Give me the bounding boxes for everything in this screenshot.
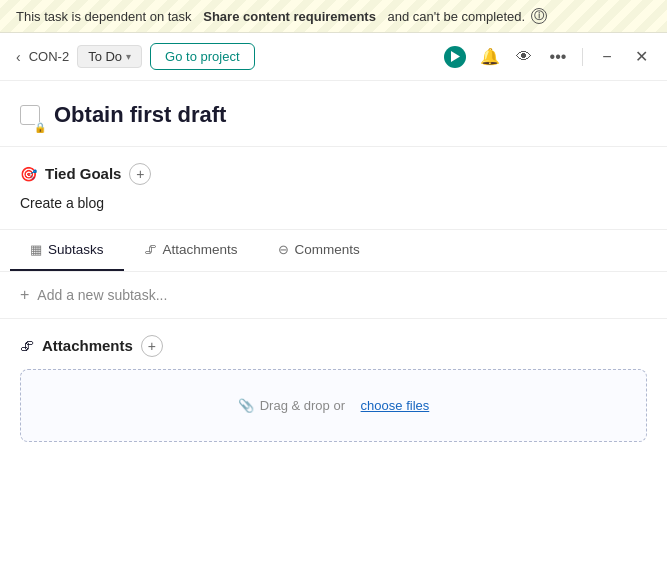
warning-prefix: This task is dependent on task — [16, 9, 192, 24]
add-attachment-button[interactable]: + — [141, 335, 163, 357]
attachments-tab-icon: 🖇 — [144, 242, 157, 257]
subtasks-tab-icon: ▦ — [30, 242, 42, 257]
task-checkbox-wrap: 🔒 — [20, 105, 42, 127]
play-button[interactable] — [444, 46, 466, 68]
warning-banner: This task is dependent on task Share con… — [0, 0, 667, 33]
warning-suffix: and can't be completed. — [388, 9, 526, 24]
svg-marker-0 — [451, 51, 460, 62]
back-button[interactable]: ‹ — [16, 49, 21, 65]
goal-item: Create a blog — [20, 193, 647, 213]
tabs-bar: ▦ Subtasks 🖇 Attachments ⊖ Comments — [0, 230, 667, 272]
chevron-down-icon: ▾ — [126, 51, 131, 62]
lock-icon: 🔒 — [34, 122, 46, 133]
drop-text: Drag & drop or — [260, 398, 345, 413]
minimize-icon[interactable]: − — [597, 47, 617, 67]
close-icon[interactable]: ✕ — [631, 47, 651, 67]
task-title: Obtain first draft — [54, 101, 226, 130]
warning-task-name: Share content requirements — [203, 9, 376, 24]
divider — [582, 48, 583, 66]
add-goal-button[interactable]: + — [129, 163, 151, 185]
task-id: CON-2 — [29, 49, 69, 64]
attachments-icon: 🖇 — [20, 338, 34, 354]
goals-icon: 🎯 — [20, 166, 37, 182]
more-options-icon[interactable]: ••• — [548, 47, 568, 67]
status-label: To Do — [88, 49, 122, 64]
subtasks-tab-label: Subtasks — [48, 242, 104, 257]
add-subtask-text: Add a new subtask... — [37, 287, 167, 303]
attachments-header: 🖇 Attachments + — [20, 335, 647, 357]
tab-comments[interactable]: ⊖ Comments — [258, 230, 380, 271]
attachments-tab-label: Attachments — [163, 242, 238, 257]
status-dropdown[interactable]: To Do ▾ — [77, 45, 142, 68]
header-actions: 🔔 👁 ••• − ✕ — [444, 46, 651, 68]
warning-info-icon[interactable]: ⓘ — [531, 8, 547, 24]
eye-icon[interactable]: 👁 — [514, 47, 534, 67]
tab-subtasks[interactable]: ▦ Subtasks — [10, 230, 124, 271]
tied-goals-header: 🎯 Tied Goals + — [20, 163, 647, 185]
attachments-section: 🖇 Attachments + 📎 Drag & drop or choose … — [0, 319, 667, 458]
file-drop-zone[interactable]: 📎 Drag & drop or choose files — [20, 369, 647, 442]
subtasks-area: + Add a new subtask... — [0, 272, 667, 319]
bell-icon[interactable]: 🔔 — [480, 47, 500, 67]
comments-tab-icon: ⊖ — [278, 242, 289, 257]
header-bar: ‹ CON-2 To Do ▾ Go to project 🔔 👁 ••• − … — [0, 33, 667, 81]
choose-files-link[interactable]: choose files — [361, 398, 430, 413]
tied-goals-section: 🎯 Tied Goals + Create a blog — [0, 147, 667, 230]
add-subtask-plus-icon: + — [20, 286, 29, 304]
add-subtask-row[interactable]: + Add a new subtask... — [20, 286, 647, 304]
tab-attachments[interactable]: 🖇 Attachments — [124, 230, 258, 271]
go-to-project-button[interactable]: Go to project — [150, 43, 254, 70]
attachments-label: Attachments — [42, 337, 133, 354]
comments-tab-label: Comments — [295, 242, 360, 257]
tied-goals-label: Tied Goals — [45, 165, 121, 182]
task-title-row: 🔒 Obtain first draft — [20, 101, 647, 130]
task-title-area: 🔒 Obtain first draft — [0, 81, 667, 147]
paperclip-icon: 📎 — [238, 398, 254, 413]
back-arrow-icon: ‹ — [16, 49, 21, 65]
